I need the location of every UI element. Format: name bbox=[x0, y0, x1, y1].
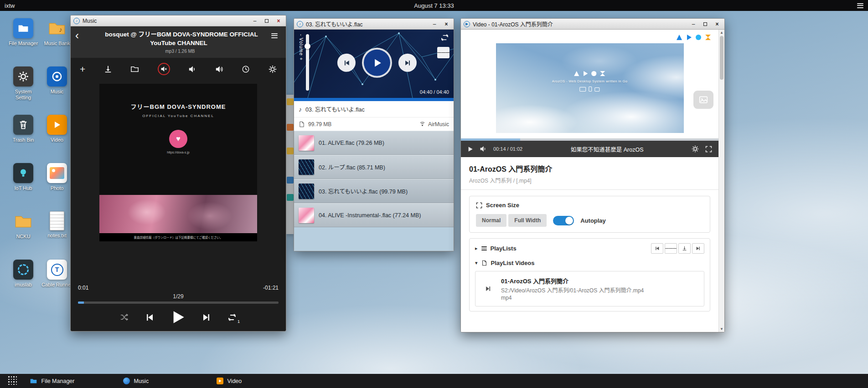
playlist-menu-button[interactable] bbox=[437, 47, 450, 58]
download-icon[interactable] bbox=[104, 65, 112, 73]
fullscreen-icon[interactable] bbox=[705, 146, 712, 153]
minimize-button[interactable]: – bbox=[250, 17, 259, 25]
chevron-down-icon[interactable]: ▾ bbox=[475, 260, 478, 266]
item-path: S2:/Video/ArozOS 入門系列/01-ArozOS 入門系列簡介.m… bbox=[501, 287, 644, 294]
video-path: ArozOS 入門系列 / [.mp4] bbox=[469, 176, 710, 184]
play-button[interactable] bbox=[170, 310, 186, 325]
header-menu-icon[interactable] bbox=[271, 30, 281, 39]
volume-knob[interactable] bbox=[305, 43, 310, 49]
imuslab-logo-icon bbox=[13, 260, 33, 280]
chevron-right-icon[interactable]: ▸ bbox=[475, 245, 478, 251]
full-width-button[interactable]: Full Width bbox=[508, 214, 547, 227]
desktop-icon-iot-hub[interactable]: IoT Hub bbox=[7, 163, 40, 211]
skip-first-button[interactable] bbox=[651, 243, 663, 254]
volume-low-icon[interactable] bbox=[188, 65, 196, 73]
obscured-icon-fragment bbox=[287, 194, 294, 201]
autoplay-toggle[interactable] bbox=[553, 216, 574, 225]
playlist-row[interactable]: 04. ALIVE -Instrumental-.flac (77.24 MB) bbox=[294, 203, 454, 227]
video-subtitle: 如果您不知道甚麼是 ArozOS bbox=[529, 145, 685, 153]
add-icon[interactable]: + bbox=[80, 64, 85, 74]
playlist-row[interactable]: 02. ループ.flac (85.71 MB) bbox=[294, 155, 454, 179]
scroll-down-icon[interactable]: ▼ bbox=[719, 327, 724, 331]
next-track-icon[interactable] bbox=[202, 313, 211, 322]
close-button[interactable]: × bbox=[274, 17, 283, 25]
desktop-icon-photo[interactable]: Photo bbox=[41, 163, 73, 211]
music-window-titlebar[interactable]: ♪ Music – × bbox=[71, 15, 286, 26]
music-window-content: ‹ bosquet @ フリーBGM DOVA-SYNDROME OFFICIA… bbox=[71, 26, 286, 331]
music-note-icon: ♪ bbox=[299, 106, 302, 113]
skip-last-button[interactable] bbox=[692, 243, 704, 254]
next-track-button[interactable] bbox=[398, 54, 417, 72]
scrollbar-thumb[interactable] bbox=[720, 36, 723, 80]
music-app-icon bbox=[123, 378, 130, 384]
logo-play-icon bbox=[686, 34, 692, 41]
close-button[interactable]: × bbox=[713, 20, 722, 28]
desktop-icon-music[interactable]: Music bbox=[41, 66, 73, 115]
video-screen[interactable]: ArozOS - Web Desktop System written in G… bbox=[496, 43, 684, 133]
settings-gear-icon[interactable] bbox=[269, 65, 277, 73]
desktop-icon-notes-txt[interactable]: notes.txt bbox=[41, 211, 73, 260]
clock-icon[interactable] bbox=[242, 65, 250, 73]
apps-menu-icon[interactable] bbox=[8, 376, 18, 386]
shuffle-icon[interactable] bbox=[120, 313, 129, 322]
volume-mute-icon[interactable] bbox=[158, 63, 170, 75]
desktop-icon-file-manager[interactable]: File Manager bbox=[7, 18, 40, 66]
lightbulb-icon bbox=[13, 163, 33, 183]
volume-high-icon[interactable] bbox=[215, 65, 223, 73]
video-window-icon: ▶ bbox=[464, 21, 470, 27]
volume-icon[interactable] bbox=[480, 145, 487, 153]
video-thumbnail[interactable]: フリーBGM DOVA-SYNDROME OFFICIAL YouTube CH… bbox=[99, 84, 257, 241]
desktop-icon-system-setting[interactable]: System Setting bbox=[7, 66, 40, 115]
top-menu-icon[interactable] bbox=[857, 2, 863, 9]
normal-size-button[interactable]: Normal bbox=[476, 214, 506, 227]
picture-in-picture-button[interactable] bbox=[693, 91, 713, 109]
file-manager-icon bbox=[13, 18, 33, 38]
close-button[interactable]: × bbox=[442, 20, 451, 28]
open-folder-icon[interactable] bbox=[130, 65, 139, 73]
playlist-row[interactable]: 01. ALIVE.flac (79.26 MB) bbox=[294, 131, 454, 155]
music-toolbar: + bbox=[71, 58, 286, 79]
maximize-button[interactable] bbox=[701, 20, 710, 28]
desktop-icon-cable-runner[interactable]: T Cable Runner bbox=[41, 260, 73, 308]
flac-window-titlebar[interactable]: ♪ 03. 忘れてもいいよ.flac – × bbox=[294, 19, 454, 30]
minimize-button[interactable]: – bbox=[430, 20, 439, 28]
desktop-icon-music-bank[interactable]: ♪ Music Bank bbox=[41, 18, 73, 66]
previous-track-icon[interactable] bbox=[145, 313, 154, 322]
video-window-title: Video - 01-ArozOS 入門系列簡介 bbox=[473, 20, 686, 28]
repeat-count: 1 bbox=[238, 319, 240, 324]
desktop-icon-video[interactable]: Video bbox=[41, 115, 73, 163]
maximize-button[interactable] bbox=[262, 17, 271, 25]
minimize-button[interactable]: – bbox=[689, 20, 698, 28]
obscured-icon-fragment bbox=[287, 124, 294, 131]
play-button[interactable] bbox=[364, 50, 390, 76]
desktop-icon-grid: File Manager ♪ Music Bank System Setting… bbox=[6, 18, 74, 308]
player-settings-icon[interactable] bbox=[692, 145, 699, 153]
volume-slider[interactable]: - Volume + bbox=[299, 34, 309, 91]
previous-track-button[interactable] bbox=[337, 54, 356, 72]
repeat-icon[interactable]: 1 bbox=[227, 313, 237, 322]
video-window-titlebar[interactable]: ▶ Video - 01-ArozOS 入門系列簡介 – × bbox=[461, 19, 724, 30]
download-button[interactable] bbox=[678, 243, 691, 254]
flac-time: 04:40 / 04:40 bbox=[420, 89, 449, 95]
track-meta: mp3 / 1.26 MB bbox=[89, 49, 271, 54]
scroll-up-icon[interactable]: ▲ bbox=[719, 31, 724, 35]
desktop-icon-trash-bin[interactable]: Trash Bin bbox=[7, 115, 40, 163]
music-window: ♪ Music – × ‹ bosquet @ フリーBGM DOVA-SYND… bbox=[70, 15, 286, 332]
cable-runner-icon: T bbox=[47, 260, 67, 280]
play-button[interactable] bbox=[467, 146, 473, 152]
flac-seek-bar[interactable] bbox=[294, 98, 454, 101]
playlist-list-button[interactable] bbox=[665, 243, 677, 254]
playlist-video-item[interactable]: 01-ArozOS 入門系列簡介 S2:/Video/ArozOS 入門系列/0… bbox=[475, 271, 704, 306]
scrollbar[interactable]: ▲ ▼ bbox=[718, 30, 724, 332]
taskbar-item-file-manager[interactable]: File Manager bbox=[30, 377, 123, 385]
taskbar-item-video[interactable]: Video bbox=[217, 378, 310, 384]
source-label: AirMusic bbox=[428, 121, 449, 128]
back-button[interactable]: ‹ bbox=[75, 30, 89, 41]
loop-icon[interactable] bbox=[440, 33, 449, 42]
desktop-icon-ncku[interactable]: NCKU bbox=[7, 211, 40, 260]
now-playing-name: 03. 忘れてもいいよ.flac bbox=[305, 105, 365, 113]
desktop-icon-imuslab[interactable]: imuslab bbox=[7, 260, 40, 308]
playlist-row-current[interactable]: 03. 忘れてもいいよ.flac (99.79 MB) bbox=[294, 179, 454, 203]
taskbar-item-music[interactable]: Music bbox=[123, 378, 217, 384]
device-icons bbox=[552, 87, 627, 92]
